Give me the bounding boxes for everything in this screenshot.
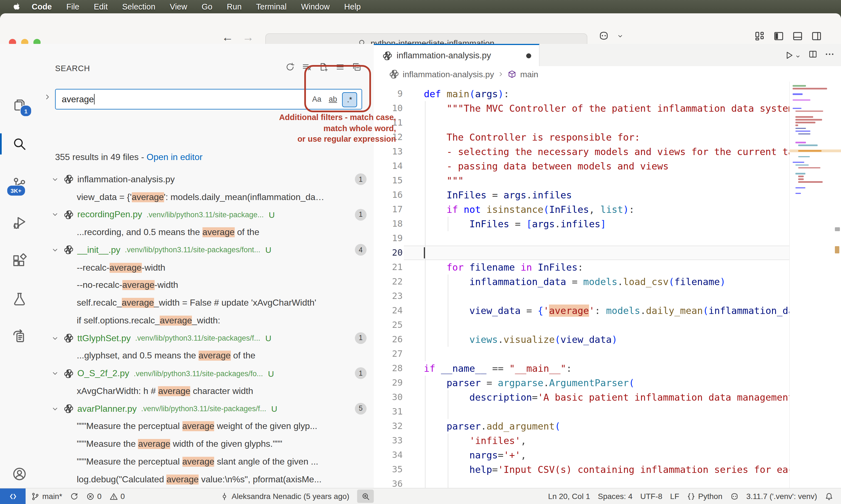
menu-selection[interactable]: Selection <box>115 0 162 13</box>
refresh-results-button[interactable] <box>285 62 295 74</box>
code-line-22[interactable]: 22inflammation_data = models.load_csv(fi… <box>374 274 841 289</box>
code-line-24[interactable]: 24view_data = {'average': models.daily_m… <box>374 303 841 318</box>
activity-run-debug[interactable] <box>0 211 39 235</box>
menu-help[interactable]: Help <box>337 0 368 13</box>
code-line-12[interactable]: 12The Controller is responsible for: <box>374 130 841 144</box>
result-match[interactable]: --recalc-average-width <box>39 259 374 277</box>
code-line-35[interactable]: 35help='Input CSV(s) containing inflamma… <box>374 462 841 477</box>
activity-accounts[interactable] <box>0 462 39 486</box>
result-match[interactable]: log.debug("Calculated average value:\n%s… <box>39 471 374 488</box>
code-line-11[interactable]: 11 <box>374 115 841 130</box>
status-copilot[interactable] <box>730 492 738 500</box>
code-line-27[interactable]: 27 <box>374 347 841 361</box>
go-forward-button[interactable]: → <box>240 30 256 44</box>
menu-go[interactable]: Go <box>194 0 220 13</box>
toggle-replace-chevron[interactable] <box>44 93 52 101</box>
result-match[interactable]: """Measure the perceptual average weight… <box>39 418 374 435</box>
menu-edit[interactable]: Edit <box>86 0 115 13</box>
copilot-menu[interactable] <box>599 31 623 41</box>
code-line-15[interactable]: 15""" <box>374 173 841 188</box>
status-errors[interactable]: 0 <box>86 492 102 501</box>
code-line-34[interactable]: 34nargs='+', <box>374 448 841 462</box>
code-line-31[interactable]: 31 <box>374 404 841 419</box>
toggle-primary-sidebar-button[interactable] <box>773 31 784 44</box>
status-zoom[interactable] <box>357 489 374 503</box>
status-eol[interactable]: LF <box>670 492 680 501</box>
more-icon <box>825 49 834 59</box>
toggle-secondary-sidebar-button[interactable] <box>811 31 822 44</box>
activity-extensions[interactable] <box>0 248 39 273</box>
menu-code[interactable]: Code <box>24 0 59 13</box>
minimap[interactable] <box>789 82 841 488</box>
menu-terminal[interactable]: Terminal <box>249 0 294 13</box>
status-branch[interactable]: main* <box>31 492 62 501</box>
status-python-interpreter[interactable]: 3.11.7 ('.venv': venv) <box>746 492 817 501</box>
breadcrumb-file[interactable]: inflammation-analysis.py <box>403 69 494 79</box>
status-warnings[interactable]: 0 <box>109 492 125 501</box>
code-line-33[interactable]: 33'infiles', <box>374 433 841 448</box>
open-in-editor-link[interactable]: Open in editor <box>147 152 203 162</box>
code-line-17[interactable]: 17if not isinstance(InFiles, list): <box>374 202 841 217</box>
more-actions-button[interactable] <box>825 49 834 61</box>
go-back-button[interactable]: ← <box>219 30 236 44</box>
status-cursor-position[interactable]: Ln 20, Col 1 <box>548 492 590 501</box>
code-line-10[interactable]: 10"""The MVC Controller of the patient i… <box>374 101 841 115</box>
code-line-32[interactable]: 32parser.add_argument( <box>374 419 841 433</box>
code-line-19[interactable]: 19 <box>374 231 841 246</box>
result-file-inflammation-analysis.py[interactable]: inflammation-analysis.py1 <box>39 170 374 188</box>
result-file-__init__.py[interactable]: __init__.py.venv/lib/python3.11/site-pac… <box>39 241 374 259</box>
status-indentation[interactable]: Spaces: 4 <box>598 492 633 501</box>
code-line-14[interactable]: 14- passing data between models and view… <box>374 159 841 173</box>
status-sync[interactable] <box>70 492 79 500</box>
activity-references[interactable] <box>0 324 39 348</box>
result-match[interactable]: if self.options.recalc_average_width: <box>39 312 374 329</box>
unsaved-dot-icon[interactable] <box>526 53 531 58</box>
code-line-13[interactable]: 13- selecting the necessary models and v… <box>374 144 841 159</box>
apple-logo-icon[interactable] <box>8 2 24 12</box>
result-match[interactable]: """Measure the average width of the give… <box>39 435 374 453</box>
code-line-26[interactable]: 26views.visualize(view_data) <box>374 332 841 347</box>
result-match[interactable]: --no-recalc-average-width <box>39 276 374 294</box>
code-line-21[interactable]: 21for filename in InFiles: <box>374 260 841 274</box>
result-match[interactable]: ...recording, and 0.5 means the average … <box>39 224 374 241</box>
activity-search[interactable] <box>0 132 39 156</box>
code-line-29[interactable]: 29parser = argparse.ArgumentParser( <box>374 376 841 390</box>
result-match[interactable]: self.recalc_average_width = False # upda… <box>39 294 374 312</box>
code-line-9[interactable]: 9def main(args): <box>374 87 841 101</box>
code-line-30[interactable]: 30description='A basic patient inflammat… <box>374 390 841 404</box>
menu-run[interactable]: Run <box>220 0 249 13</box>
result-match[interactable]: """Measure the perceptual average slant … <box>39 453 374 471</box>
tab-inflammation-analysis[interactable]: inflammation-analysis.py <box>374 44 539 66</box>
run-python-file-button[interactable] <box>784 50 801 60</box>
status-language-mode[interactable]: Python <box>687 492 722 501</box>
code-line-25[interactable]: 25 <box>374 318 841 332</box>
code-line-16[interactable]: 16InFiles = args.infiles <box>374 188 841 202</box>
breadcrumb-symbol[interactable]: main <box>520 69 538 79</box>
status-blame[interactable]: Aleksandra Nenadic (5 years ago) <box>221 492 349 501</box>
result-match[interactable]: xAvgCharWidth: h # average character wid… <box>39 382 374 400</box>
result-file-avarPlanner.py[interactable]: avarPlanner.py.venv/lib/python3.11/site-… <box>39 400 374 418</box>
status-notifications[interactable] <box>825 492 833 500</box>
activity-explorer[interactable]: 1 <box>0 93 39 117</box>
status-remote[interactable] <box>0 488 25 504</box>
result-file-O_S_2f_2.py[interactable]: O_S_2f_2.py.venv/lib/python3.11/site-pac… <box>39 365 374 382</box>
code-line-23[interactable]: 23 <box>374 289 841 303</box>
code-editor[interactable]: 9def main(args):10"""The MVC Controller … <box>374 82 841 488</box>
menu-file[interactable]: File <box>59 0 87 13</box>
result-match[interactable]: view_data = {'average': models.daily_mea… <box>39 188 374 206</box>
status-encoding[interactable]: UTF-8 <box>640 492 662 501</box>
split-editor-button[interactable] <box>808 49 818 61</box>
result-file-ttGlyphSet.py[interactable]: ttGlyphSet.py.venv/lib/python3.11/site-p… <box>39 329 374 347</box>
activity-testing[interactable] <box>0 287 39 311</box>
code-line-18[interactable]: 18InFiles = [args.infiles] <box>374 217 841 231</box>
code-line-36[interactable]: 36 <box>374 477 841 488</box>
customize-layout-button[interactable] <box>754 31 765 44</box>
code-line-20[interactable]: 20 <box>374 246 841 260</box>
menu-window[interactable]: Window <box>294 0 337 13</box>
code-line-28[interactable]: 28if __name__ == "__main__": <box>374 361 841 376</box>
result-match[interactable]: ...glyphset, and 0.5 means the average o… <box>39 347 374 365</box>
toggle-panel-button[interactable] <box>792 31 803 44</box>
menu-view[interactable]: View <box>163 0 194 13</box>
activity-source-control[interactable]: 3K+ <box>0 172 39 196</box>
result-file-recordingPen.py[interactable]: recordingPen.py.venv/lib/python3.11/site… <box>39 206 374 224</box>
